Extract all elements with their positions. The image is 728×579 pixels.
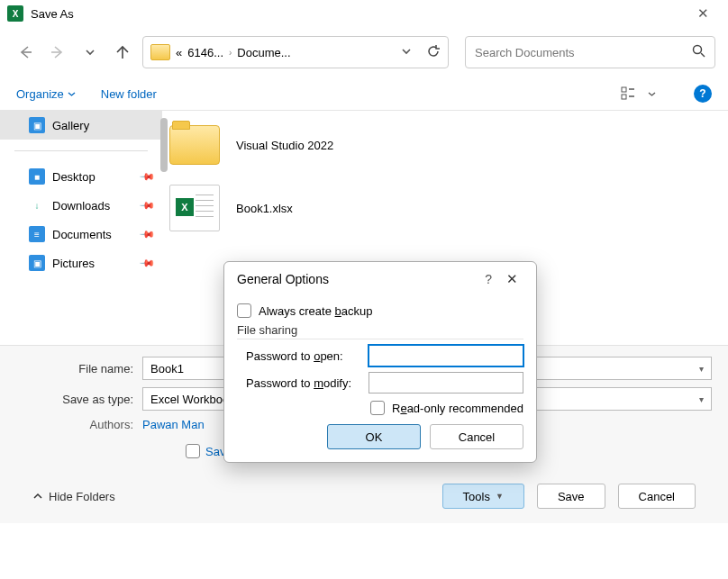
dialog-help-button[interactable]: ? [476, 272, 501, 286]
filetype-value: Excel Workbook [150, 393, 235, 406]
arrow-up-icon [114, 44, 131, 60]
sidebar-item-downloads[interactable]: ↓ Downloads 📌 [0, 191, 162, 220]
cancel-label: Cancel [639, 490, 675, 503]
chevron-down-icon[interactable]: ▾ [699, 394, 704, 404]
sidebar-label: Pictures [52, 257, 95, 270]
sidebar-item-desktop[interactable]: ■ Desktop 📌 [0, 162, 162, 191]
title-bar: X Save As ✕ [0, 0, 728, 27]
toolbar: Organize New folder ? [0, 77, 728, 110]
arrow-right-icon [50, 44, 66, 60]
pin-icon: 📌 [138, 196, 155, 213]
password-open-input[interactable] [369, 345, 523, 366]
sidebar-scrollbar[interactable] [160, 118, 168, 172]
path-segment-2[interactable]: Docume... [237, 46, 290, 59]
ok-label: OK [366, 430, 383, 444]
refresh-icon [426, 44, 441, 59]
tools-button[interactable]: Tools ▼ [442, 484, 524, 509]
file-name: Book1.xlsx [236, 202, 293, 215]
svg-rect-1 [622, 87, 626, 92]
dialog-cancel-button[interactable]: Cancel [430, 424, 523, 449]
gallery-icon: ▣ [29, 117, 45, 133]
documents-icon: ≡ [29, 226, 45, 242]
desktop-icon: ■ [29, 168, 45, 185]
save-button[interactable]: Save [537, 484, 605, 509]
sidebar-label: Downloads [52, 199, 110, 213]
back-button[interactable] [13, 40, 38, 65]
save-thumbnail-checkbox[interactable] [186, 444, 200, 458]
folder-item[interactable]: Visual Studio 2022 [169, 122, 721, 168]
footer: Hide Folders Tools ▼ Save Cancel [16, 458, 712, 523]
organize-label: Organize [16, 87, 64, 101]
chevron-down-icon [68, 90, 76, 98]
refresh-button[interactable] [426, 44, 441, 61]
chevron-down-icon: ▼ [496, 492, 504, 501]
address-bar[interactable]: « 6146... › Docume... [142, 36, 449, 68]
chevron-down-icon [85, 47, 96, 58]
pin-icon: 📌 [138, 167, 155, 185]
pictures-icon: ▣ [29, 255, 45, 271]
sidebar-label: Desktop [52, 170, 96, 184]
help-button[interactable]: ? [694, 85, 712, 103]
chevron-right-icon: › [229, 48, 232, 58]
chevron-up-icon [32, 491, 43, 502]
excel-file-icon [169, 185, 220, 231]
ok-button[interactable]: OK [327, 424, 421, 449]
svg-point-0 [694, 46, 702, 54]
filetype-label: Save as type: [16, 393, 142, 406]
nav-bar: « 6146... › Docume... Search Documents [0, 27, 728, 77]
save-label: Save [558, 490, 585, 503]
always-backup-checkbox[interactable] [237, 303, 251, 318]
sidebar: ▣ Gallery ■ Desktop 📌 ↓ Downloads 📌 ≡ Do… [0, 111, 162, 345]
view-button[interactable] [621, 86, 639, 101]
pin-icon: 📌 [138, 225, 155, 242]
window-title: Save As [31, 7, 74, 21]
search-placeholder: Search Documents [475, 46, 575, 59]
arrow-left-icon [17, 44, 33, 60]
cancel-label: Cancel [459, 430, 495, 444]
chevron-down-icon[interactable] [648, 90, 656, 98]
excel-icon: X [7, 5, 23, 22]
path-prefix: « [176, 46, 182, 59]
file-name: Visual Studio 2022 [236, 139, 333, 152]
search-box[interactable]: Search Documents [465, 36, 715, 68]
svg-rect-2 [622, 95, 626, 99]
hide-folders-button[interactable]: Hide Folders [32, 490, 115, 503]
dialog-title: General Options [237, 272, 329, 286]
pin-icon: 📌 [138, 254, 155, 271]
tools-label: Tools [463, 490, 490, 503]
filename-label: File name: [16, 362, 142, 375]
general-options-dialog: General Options ? ✕ Always create backup… [223, 261, 537, 463]
folder-icon [169, 125, 220, 165]
dialog-close-button[interactable]: ✕ [501, 271, 523, 287]
path-segment-1[interactable]: 6146... [187, 46, 223, 59]
address-dropdown[interactable] [401, 46, 412, 59]
always-backup-label[interactable]: Always create backup [259, 304, 372, 318]
readonly-label[interactable]: Read-only recommended [392, 402, 523, 415]
file-item[interactable]: Book1.xlsx [169, 185, 721, 231]
password-open-label: Password to open: [237, 349, 369, 363]
folder-icon [150, 44, 170, 60]
sidebar-label: Documents [52, 228, 112, 241]
sidebar-item-documents[interactable]: ≡ Documents 📌 [0, 220, 162, 249]
up-button[interactable] [110, 40, 135, 65]
authors-label: Authors: [16, 418, 142, 431]
recent-dropdown[interactable] [77, 40, 103, 65]
forward-button[interactable] [45, 40, 70, 65]
close-button[interactable]: ✕ [685, 5, 721, 22]
sidebar-label: Gallery [52, 119, 89, 132]
search-icon [692, 44, 705, 60]
password-modify-input[interactable] [369, 372, 523, 394]
authors-value[interactable]: Pawan Man [142, 418, 205, 431]
file-sharing-label: File sharing [237, 323, 523, 337]
view-options-icon [621, 86, 639, 101]
readonly-checkbox[interactable] [370, 401, 385, 415]
chevron-down-icon [401, 46, 412, 57]
organize-button[interactable]: Organize [16, 87, 76, 101]
chevron-down-icon[interactable]: ▾ [699, 364, 704, 374]
downloads-icon: ↓ [29, 197, 45, 213]
new-folder-button[interactable]: New folder [101, 87, 157, 101]
sidebar-item-gallery[interactable]: ▣ Gallery [0, 111, 162, 140]
cancel-button[interactable]: Cancel [618, 484, 696, 509]
sidebar-item-pictures[interactable]: ▣ Pictures 📌 [0, 249, 162, 277]
password-modify-label: Password to modify: [237, 376, 369, 390]
